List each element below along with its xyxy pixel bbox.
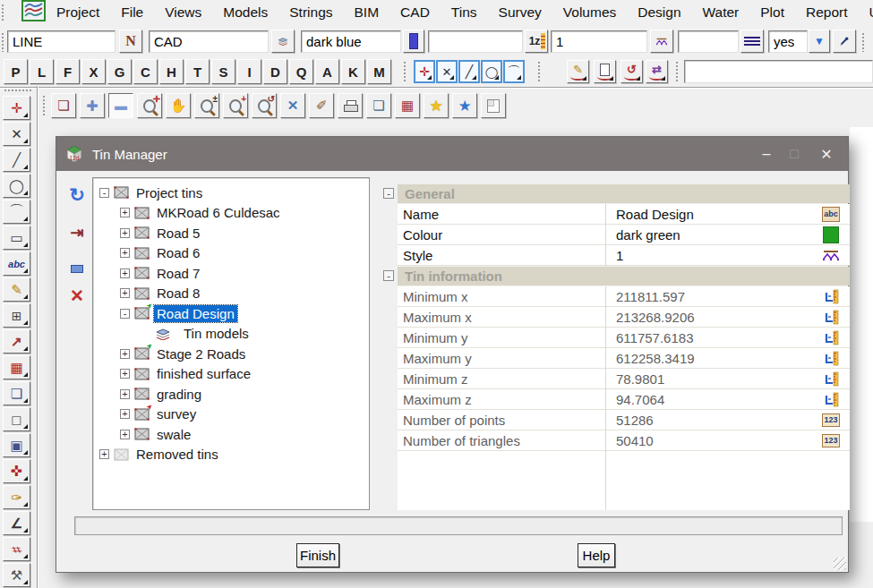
zoom-in-button[interactable]: +	[223, 93, 248, 118]
menu-cad[interactable]: CAD	[389, 4, 441, 21]
tree-item-project-tins[interactable]: - Project tins	[93, 183, 369, 203]
name-picker-button[interactable]: N	[119, 30, 142, 53]
fkey-l-button[interactable]: L	[30, 59, 54, 84]
delete-tin-button[interactable]: ✕	[65, 284, 89, 307]
toolbar-grip[interactable]	[675, 61, 680, 82]
style-picker-cell[interactable]	[822, 247, 840, 264]
arrange-views-button[interactable]: ❏	[51, 93, 76, 118]
tree-item-label[interactable]: finished surface	[154, 365, 253, 382]
tree-item-road6[interactable]: + Road 6	[93, 243, 369, 264]
null-tin-button[interactable]	[65, 257, 89, 280]
tree-item-label-selected[interactable]: Road Design	[154, 305, 237, 322]
create-symbol-button[interactable]: ⊞	[3, 303, 30, 328]
section-collapse-box[interactable]: -	[383, 188, 394, 199]
menu-bim[interactable]: BIM	[344, 4, 390, 21]
fkey-g-button[interactable]: G	[107, 59, 132, 84]
command-input[interactable]	[684, 60, 873, 83]
colour-picker-cell[interactable]	[822, 226, 840, 243]
menu-views[interactable]: Views	[154, 4, 212, 21]
line-snap-toggle[interactable]: ╱	[458, 60, 480, 83]
zoom-button[interactable]: ±	[194, 93, 219, 118]
remove-view-button[interactable]: ▬	[108, 93, 133, 118]
model-input[interactable]	[149, 30, 269, 53]
fkey-k-button[interactable]: K	[341, 59, 365, 84]
model-picker-button[interactable]	[271, 30, 295, 53]
toolbar-grip[interactable]	[1, 32, 5, 52]
create-line-button[interactable]: ╱	[3, 148, 30, 172]
menu-water[interactable]: Water	[692, 4, 750, 21]
measure-button[interactable]: ↗	[3, 329, 30, 354]
add-view-button[interactable]: ✚	[80, 93, 105, 118]
expander[interactable]: -	[120, 309, 130, 319]
point-snap-toggle[interactable]: ✛	[414, 60, 435, 83]
expander[interactable]: +	[120, 208, 130, 217]
fkey-c-button[interactable]: C	[133, 59, 158, 84]
expander[interactable]: +	[120, 409, 130, 419]
menu-tins[interactable]: Tins	[441, 4, 488, 21]
expander[interactable]: +	[120, 369, 130, 379]
menu-strings[interactable]: Strings	[278, 4, 343, 21]
fkey-h-button[interactable]: H	[159, 59, 184, 84]
maximize-button[interactable]: □	[780, 137, 809, 171]
menu-project[interactable]: Project	[46, 4, 110, 21]
expander[interactable]: +	[120, 268, 130, 278]
tree-item-road5[interactable]: + Road 5	[93, 223, 369, 243]
zoom-previous-button[interactable]: ↺	[252, 93, 277, 118]
height-picker-button[interactable]: 1z	[525, 30, 548, 53]
pan-button[interactable]: ✋	[166, 93, 191, 118]
create-rectangle-button[interactable]: ▭	[3, 226, 30, 250]
tree-item-label[interactable]: Stage 2 Roads	[154, 345, 248, 362]
view-layout-button[interactable]: ▦	[395, 93, 420, 118]
convert-string-button[interactable]: ⇄	[646, 60, 668, 83]
tree-item-label[interactable]: swale	[154, 426, 193, 443]
tree-item-tin-models[interactable]: Tin models	[93, 324, 369, 345]
colour-input[interactable]	[301, 30, 401, 53]
new-window-button[interactable]	[481, 93, 506, 118]
fkey-t-button[interactable]: T	[185, 59, 210, 84]
menu-file[interactable]: File	[110, 4, 154, 21]
menu-design[interactable]: Design	[627, 4, 691, 21]
tree-item-road-design[interactable]: - ➤ Road Design	[93, 303, 369, 324]
create-point-button[interactable]: ✛	[3, 96, 30, 120]
pick-attributes-button[interactable]	[833, 30, 856, 53]
shared-favourites-button[interactable]: ★	[452, 93, 477, 118]
finish-button[interactable]: Finish	[296, 543, 339, 567]
close-button[interactable]: ✕	[812, 137, 841, 171]
create-arc-button[interactable]: ⌒	[3, 200, 30, 224]
menu-models[interactable]: Models	[212, 4, 278, 21]
fkey-d-button[interactable]: D	[263, 59, 287, 84]
toolbar-grip[interactable]	[42, 95, 47, 116]
expander[interactable]: +	[120, 228, 130, 238]
fkey-i-button[interactable]: I	[237, 59, 261, 84]
tree-item-removed-tins[interactable]: + Removed tins	[93, 445, 369, 465]
toolbar-grip[interactable]	[861, 32, 866, 52]
toolbar-grip[interactable]	[403, 61, 407, 82]
menu-volumes[interactable]: Volumes	[552, 4, 627, 21]
move-button[interactable]: ✜	[3, 459, 30, 483]
tree-item-label[interactable]: Tin models	[181, 325, 252, 342]
menu-plot[interactable]: Plot	[749, 4, 795, 21]
resize-grip[interactable]	[834, 558, 846, 570]
height-input[interactable]	[428, 30, 523, 53]
fkey-s-button[interactable]: S	[211, 59, 235, 84]
annotate-button[interactable]: ✑	[3, 485, 30, 509]
help-button[interactable]: Help	[578, 543, 615, 567]
menu-utilities[interactable]: Utilities	[859, 4, 873, 21]
copy-view-button[interactable]: ❏	[366, 93, 391, 118]
tree-item-label[interactable]: Removed tins	[133, 446, 221, 463]
tree-item-finished-surface[interactable]: + finished surface	[93, 364, 369, 385]
tree-item-stage2-roads[interactable]: + ➤ Stage 2 Roads	[93, 344, 369, 364]
text-field-button[interactable]: abc	[822, 206, 840, 223]
expander[interactable]: +	[120, 389, 130, 399]
tree-item-swale[interactable]: + swale	[93, 424, 369, 445]
utility-tools-button[interactable]: ⚒	[3, 563, 30, 587]
expander[interactable]: +	[120, 349, 130, 359]
fkey-q-button[interactable]: Q	[289, 59, 313, 84]
cross-snap-toggle[interactable]: ✕	[436, 60, 458, 83]
tree-item-label[interactable]: Project tins	[133, 184, 205, 201]
style-input[interactable]	[551, 30, 647, 53]
create-polygon-button[interactable]: ◻	[3, 407, 30, 431]
attach-tin-button[interactable]: ⇥	[65, 221, 89, 244]
recalc-string-button[interactable]: ↺	[621, 60, 643, 83]
tree-item-label[interactable]: Road 6	[154, 244, 202, 261]
